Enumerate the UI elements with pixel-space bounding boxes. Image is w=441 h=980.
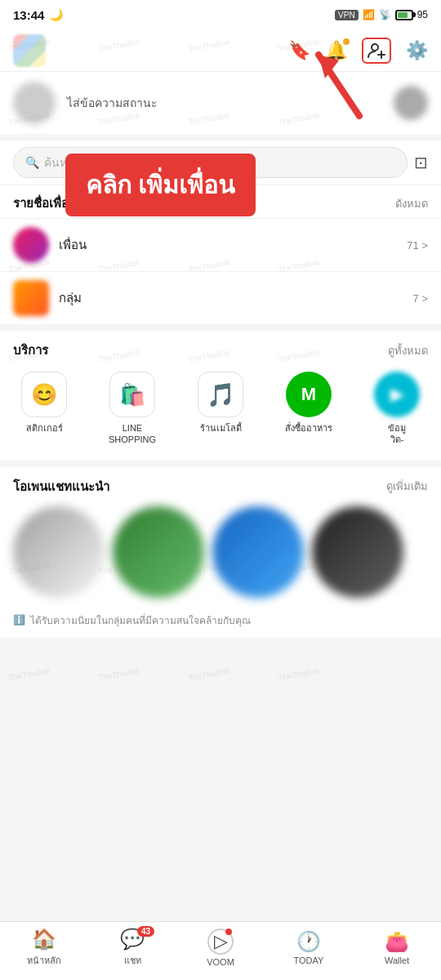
scan-icon[interactable]: ⊡ xyxy=(414,153,428,172)
see-all-friends[interactable]: ดังหมด xyxy=(395,195,428,212)
vpn-badge: VPN xyxy=(335,10,359,20)
home-label: หน้าหลัก xyxy=(27,953,61,968)
services-title: บริการ xyxy=(13,341,48,360)
friends-count: 71 > xyxy=(407,239,428,252)
friend-list-title: รายชื่อเพื่อน xyxy=(13,194,77,213)
friend-list-section: รายชื่อเพื่อน ดังหมด เพื่อน 71 > กลุ่ม 7… xyxy=(0,185,441,324)
sticker-label: สติกเกอร์ xyxy=(26,422,63,434)
home-icon: 🏠 xyxy=(32,928,56,951)
search-icon: 🔍 xyxy=(25,156,39,169)
nav-voom[interactable]: ▷ VOOM xyxy=(176,929,265,967)
services-section: บริการ ดูทั้งหมด 😊 สติกเกอร์ 🛍️ LINESHOP… xyxy=(0,331,441,461)
video-label: ข้อมูวิด- xyxy=(388,422,406,446)
notification-dot xyxy=(343,38,350,45)
chat-badge: 43 xyxy=(137,926,154,937)
service-item-sticker[interactable]: 😊 สติกเกอร์ xyxy=(0,367,88,451)
voom-dot xyxy=(225,929,232,935)
moon-icon: 🌙 xyxy=(49,8,63,21)
service-item-shopping[interactable]: 🛍️ LINESHOPPING xyxy=(88,367,176,451)
info-icon: ℹ️ xyxy=(13,614,25,626)
friends-label: เพื่อน xyxy=(59,235,87,255)
hint-text: ได้รับความนิยมในกลุ่มคนที่มีความสนใจคล้า… xyxy=(30,612,251,628)
voom-label: VOOM xyxy=(207,957,234,967)
melody-label: ร้านเมโลดี้ xyxy=(200,422,242,434)
profile-status[interactable]: ไส่ข้อความสถานะ xyxy=(67,94,158,112)
recommend-header: โอเพนแชทแนะนำ ดูเพิ่มเติม xyxy=(0,467,441,503)
food-icon: M xyxy=(286,372,332,417)
service-item-video[interactable]: ▶ ข้อมูวิด- xyxy=(353,367,441,451)
svg-point-0 xyxy=(372,44,378,51)
profile-avatar-right xyxy=(394,86,428,120)
groups-row[interactable]: กลุ่ม 7 > xyxy=(0,271,441,324)
top-nav: 🔖 🔔 ⚙️ xyxy=(0,29,441,72)
nav-home[interactable]: 🏠 หน้าหลัก xyxy=(0,928,88,968)
recommend-avatars xyxy=(0,503,441,608)
services-header: บริการ ดูทั้งหมด xyxy=(0,331,441,367)
services-see-all[interactable]: ดูทั้งหมด xyxy=(388,342,428,359)
status-icons: VPN 📶 📡 95 xyxy=(335,9,428,20)
bookmark-icon[interactable]: 🔖 xyxy=(288,40,310,61)
watermark-23: TheThailink xyxy=(187,666,230,683)
nav-today[interactable]: 🕐 TODAY xyxy=(265,930,353,965)
rec-avatar-4[interactable] xyxy=(312,506,403,598)
friends-avatar xyxy=(13,227,49,263)
status-bar: 13:44 🌙 VPN 📶 📡 95 xyxy=(0,0,441,29)
profile-section: ไส่ข้อความสถานะ xyxy=(0,72,441,134)
recommend-section: โอเพนแชทแนะนำ ดูเพิ่มเติม ℹ️ ได้รับความน… xyxy=(0,467,441,638)
groups-label: กลุ่ม xyxy=(59,288,82,308)
service-item-melody[interactable]: 🎵 ร้านเมโลดี้ xyxy=(176,367,265,451)
wifi-icon: 📡 xyxy=(379,9,391,20)
watermark-21: TheThailink xyxy=(7,666,51,683)
sticker-icon: 😊 xyxy=(21,372,67,417)
nav-wallet[interactable]: 👛 Wallet xyxy=(353,930,441,965)
recommend-title: โอเพนแชทแนะนำ xyxy=(13,477,109,497)
search-placeholder: ค้นหา xyxy=(44,154,74,172)
friends-row[interactable]: เพื่อน 71 > xyxy=(0,218,441,271)
battery-icon xyxy=(395,10,413,20)
bell-icon[interactable]: 🔔 xyxy=(325,40,347,61)
watermark-24: TheThailink xyxy=(277,666,320,683)
recommend-hint: ℹ️ ได้รับความนิยมในกลุ่มคนที่มีความสนใจค… xyxy=(0,608,441,638)
service-item-food[interactable]: M สั่งซื้ออาหาร xyxy=(265,367,353,451)
signal-icon: 📶 xyxy=(363,9,375,20)
time-display: 13:44 xyxy=(13,8,44,22)
logo-icon xyxy=(13,34,46,67)
groups-count: 7 > xyxy=(413,292,428,305)
today-icon: 🕐 xyxy=(296,930,321,953)
friend-list-header: รายชื่อเพื่อน ดังหมด xyxy=(0,185,441,218)
wallet-label: Wallet xyxy=(385,956,409,965)
nav-chat[interactable]: 💬 43 แชท xyxy=(88,928,176,968)
today-label: TODAY xyxy=(294,956,324,965)
status-time: 13:44 🌙 xyxy=(13,8,63,22)
rec-avatar-2[interactable] xyxy=(113,506,204,598)
rec-avatar-3[interactable] xyxy=(212,506,304,598)
services-grid: 😊 สติกเกอร์ 🛍️ LINESHOPPING 🎵 ร้านเมโลดี… xyxy=(0,367,441,451)
bottom-nav: 🏠 หน้าหลัก 💬 43 แชท ▷ VOOM 🕐 TODAY 👛 Wal… xyxy=(0,921,441,980)
watermark-22: TheThailink xyxy=(97,666,140,683)
video-icon: ▶ xyxy=(374,372,420,417)
search-bar: 🔍 ค้นหา ⊡ xyxy=(0,140,441,185)
chat-label: แชท xyxy=(124,953,141,968)
rec-avatar-1[interactable] xyxy=(13,506,105,598)
group-avatar xyxy=(13,280,49,316)
settings-icon[interactable]: ⚙️ xyxy=(406,40,428,61)
shopping-label: LINESHOPPING xyxy=(109,422,156,446)
melody-icon: 🎵 xyxy=(198,372,243,417)
food-label: สั่งซื้ออาหาร xyxy=(285,422,332,434)
profile-avatar xyxy=(13,82,56,124)
shopping-icon: 🛍️ xyxy=(109,372,155,417)
wallet-icon: 👛 xyxy=(385,930,409,953)
battery-percent: 95 xyxy=(417,9,428,20)
add-friend-button[interactable] xyxy=(362,38,391,64)
recommend-more[interactable]: ดูเพิ่มเติม xyxy=(386,478,428,495)
search-input[interactable]: 🔍 ค้นหา xyxy=(13,147,408,178)
